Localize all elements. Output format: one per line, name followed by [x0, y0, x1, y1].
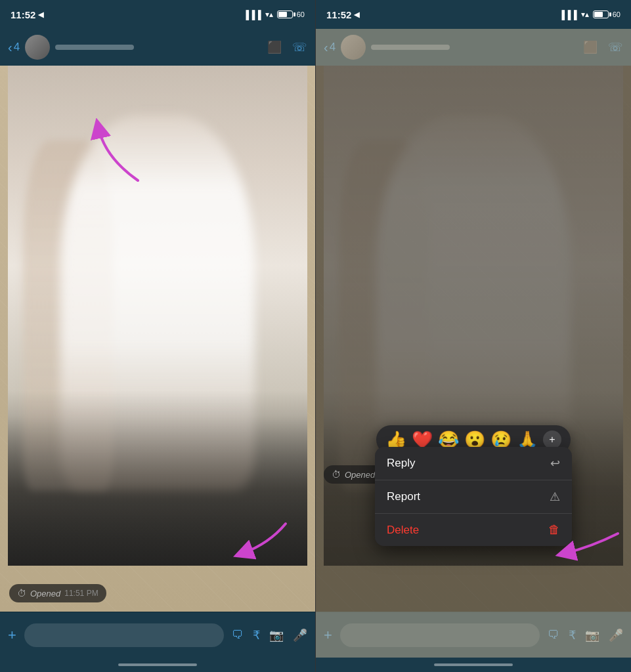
delete-label: Delete — [387, 524, 419, 537]
emoji-more-icon: + — [549, 434, 555, 446]
signal-icon: ▐▐▐ — [243, 10, 261, 20]
video-call-button[interactable]: ⬛ — [267, 40, 282, 54]
back-chevron: ‹ — [8, 40, 12, 55]
right-home-bar — [434, 663, 513, 666]
contact-avatar[interactable] — [25, 35, 50, 60]
right-battery-icon — [593, 10, 609, 18]
right-input-bar: + 🗨 ₹ 📷 🎤 — [316, 612, 631, 658]
back-count: 4 — [14, 41, 20, 54]
camera-button[interactable]: 📷 — [269, 628, 284, 642]
input-bar: + 🗨 ₹ 📷 🎤 — [0, 612, 315, 658]
emoji-wow[interactable]: 😮 — [464, 431, 485, 448]
report-icon: ⚠ — [550, 490, 560, 504]
reply-label: Reply — [387, 457, 415, 470]
right-wifi-icon: ▾▴ — [581, 10, 589, 19]
right-status-icons: ▐▐▐ ▾▴ 60 — [559, 10, 620, 20]
opened-time: 11:51 PM — [64, 589, 98, 598]
right-phone-panel: 11:52 ◀ ▐▐▐ ▾▴ 60 ‹ 4 ⬛ ☏ — [315, 0, 631, 672]
contact-name — [55, 45, 262, 50]
left-status-icons: ▐▐▐ ▾▴ 60 — [243, 10, 305, 20]
time-text: 11:52 — [11, 9, 35, 20]
nav-actions: ⬛ ☏ — [267, 40, 307, 54]
left-status-bar: 11:52 ◀ ▐▐▐ ▾▴ 60 — [0, 0, 315, 29]
report-label: Report — [387, 490, 420, 503]
location-icon: ◀ — [38, 10, 43, 19]
mic-button[interactable]: 🎤 — [293, 628, 307, 642]
context-menu: Reply ↩ Report ⚠ Delete 🗑 — [375, 447, 572, 546]
input-action-icons: 🗨 ₹ 📷 🎤 — [232, 628, 307, 642]
right-message-input — [340, 623, 540, 647]
image-placeholder — [8, 66, 307, 566]
right-home-indicator — [316, 658, 631, 672]
report-menu-item[interactable]: Report ⚠ — [375, 480, 572, 514]
add-attachment-button[interactable]: + — [8, 627, 16, 644]
opened-icon: ⏱ — [17, 588, 26, 598]
reply-icon: ↩ — [550, 456, 560, 471]
right-location-icon: ◀ — [354, 10, 359, 19]
right-input-icons: 🗨 ₹ 📷 🎤 — [548, 628, 623, 642]
delete-menu-item[interactable]: Delete 🗑 — [375, 514, 572, 546]
message-status-bubble: ⏱ Opened 11:51 PM — [9, 584, 106, 602]
wifi-icon: ▾▴ — [265, 10, 273, 19]
back-button[interactable]: ‹ 4 — [8, 40, 20, 55]
right-time-text: 11:52 — [326, 9, 351, 20]
right-nav-bar: ‹ 4 ⬛ ☏ — [316, 29, 631, 66]
home-bar — [118, 663, 197, 666]
emoji-pray[interactable]: 🙏 — [517, 431, 538, 448]
right-signal-icon: ▐▐▐ — [559, 10, 577, 20]
image-message[interactable] — [8, 66, 307, 566]
left-time: 11:52 ◀ — [11, 9, 43, 20]
emoji-cry[interactable]: 😢 — [490, 431, 511, 448]
emoji-heart[interactable]: ❤️ — [412, 431, 433, 448]
left-phone-panel: 11:52 ◀ ▐▐▐ ▾▴ 60 ‹ 4 ⬛ ☏ — [0, 0, 315, 672]
emoji-more-button[interactable]: + — [543, 430, 561, 449]
message-input[interactable] — [24, 623, 224, 647]
emoji-thumbsup[interactable]: 👍 — [385, 431, 406, 448]
opened-label: Opened — [30, 589, 60, 598]
right-status-bar: 11:52 ◀ ▐▐▐ ▾▴ 60 — [316, 0, 631, 29]
right-opened-icon: ⏱ — [332, 469, 341, 480]
right-opened-label: Opened — [345, 470, 375, 480]
right-battery-text: 60 — [613, 10, 620, 18]
phone-call-button[interactable]: ☏ — [292, 40, 307, 54]
battery-icon — [277, 10, 293, 18]
payment-button[interactable]: ₹ — [253, 628, 260, 642]
right-time: 11:52 ◀ — [326, 9, 359, 20]
right-contact-name — [371, 45, 578, 50]
right-contact-avatar — [341, 35, 366, 60]
battery-text: 60 — [297, 10, 305, 18]
home-indicator — [0, 658, 315, 672]
delete-icon: 🗑 — [548, 523, 560, 537]
sticker-button[interactable]: 🗨 — [232, 628, 244, 642]
chat-background: ⏱ Opened 11:51 PM — [0, 66, 315, 612]
left-nav-bar: ‹ 4 ⬛ ☏ — [0, 29, 315, 66]
right-back-button: ‹ 4 — [324, 40, 336, 55]
emoji-laugh[interactable]: 😂 — [438, 431, 459, 448]
reply-menu-item[interactable]: Reply ↩ — [375, 447, 572, 480]
right-chat-background: ⏱ Opened 11:51 PM 👍 ❤️ 😂 😮 😢 🙏 + Reply ↩ — [316, 66, 631, 612]
right-nav-actions: ⬛ ☏ — [583, 40, 623, 54]
